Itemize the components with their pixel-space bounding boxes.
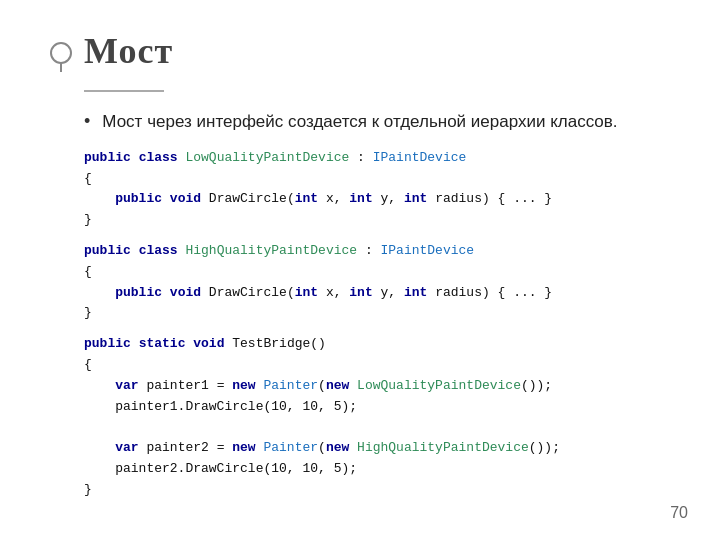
title-icon (50, 42, 72, 64)
content-area: • Мост через интерфейс создается к отдел… (84, 110, 670, 134)
code-line: { (84, 355, 670, 376)
code-line (84, 417, 670, 438)
page-number: 70 (670, 504, 688, 522)
code-line: { (84, 169, 670, 190)
slide: Мост • Мост через интерфейс создается к … (0, 0, 720, 540)
code-line: } (84, 210, 670, 231)
code-line: } (84, 303, 670, 324)
code-section-2: public class HighQualityPaintDevice : IP… (84, 241, 670, 324)
bullet-text: Мост через интерфейс создается к отдельн… (102, 110, 617, 134)
code-line: public static void TestBridge() (84, 334, 670, 355)
code-line: public class LowQualityPaintDevice : IPa… (84, 148, 670, 169)
code-line: painter2.DrawCircle(10, 10, 5); (84, 459, 670, 480)
code-line: public class HighQualityPaintDevice : IP… (84, 241, 670, 262)
bullet-item: • Мост через интерфейс создается к отдел… (84, 110, 670, 134)
code-section-3: public static void TestBridge() { var pa… (84, 334, 670, 500)
code-line: painter1.DrawCircle(10, 10, 5); (84, 397, 670, 418)
code-line: var painter1 = new Painter(new LowQualit… (84, 376, 670, 397)
title-area: Мост (50, 30, 670, 72)
code-line: public void DrawCircle(int x, int y, int… (84, 189, 670, 210)
title-underline (84, 90, 164, 92)
code-line: var painter2 = new Painter(new HighQuali… (84, 438, 670, 459)
bullet-symbol: • (84, 111, 90, 132)
code-line: { (84, 262, 670, 283)
code-line: } (84, 480, 670, 501)
code-line: public void DrawCircle(int x, int y, int… (84, 283, 670, 304)
code-section-1: public class LowQualityPaintDevice : IPa… (84, 148, 670, 231)
code-block: public class LowQualityPaintDevice : IPa… (84, 148, 670, 501)
slide-title: Мост (84, 30, 173, 72)
